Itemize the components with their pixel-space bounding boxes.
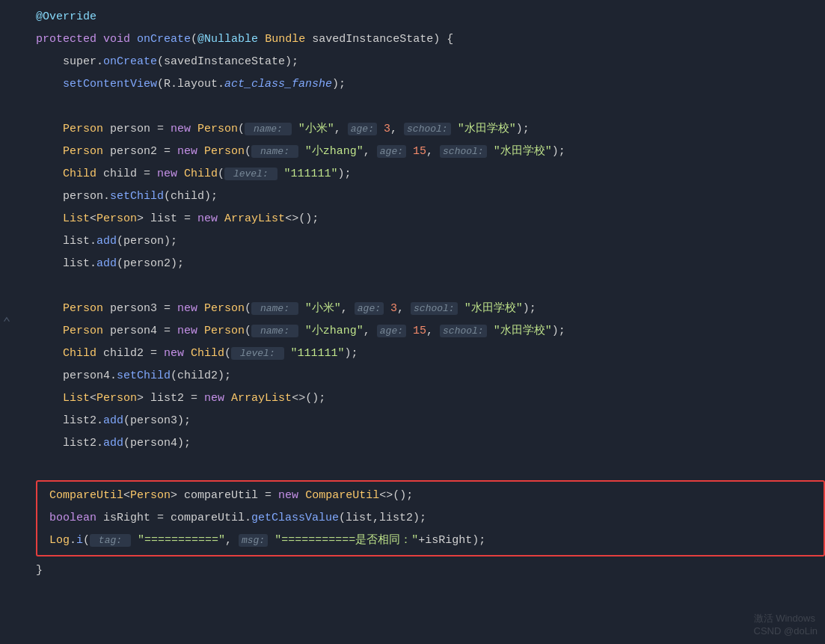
- plain-5: savedInstanceState) {: [305, 33, 453, 46]
- kw-void: void: [103, 33, 130, 46]
- watermark: 激活 Windows CSND @doLin: [754, 612, 818, 637]
- code-line-7: Person person2 = new Person( name: "小zha…: [0, 141, 825, 163]
- plain-1: [96, 33, 103, 46]
- code-line-9: person.setChild(child);: [0, 185, 825, 208]
- line-content-2: protected void onCreate(@Nullable Bundle…: [30, 29, 825, 50]
- watermark-line1: 激活 Windows: [754, 612, 818, 625]
- code-lines: @Override protected void onCreate(@Nulla…: [0, 0, 825, 582]
- line-content-3: super.onCreate(savedInstanceState);: [30, 52, 825, 73]
- code-editor: ⌃ @Override protected void onCreate(@Nul…: [0, 0, 825, 644]
- highlighted-code-block: CompareUtil<Person> compareUtil = new Co…: [36, 480, 825, 556]
- code-line-21: [0, 455, 825, 477]
- plain-4: [258, 33, 265, 46]
- code-line-13: [0, 275, 825, 298]
- code-line-18: List<Person> list2 = new ArrayList<>();: [0, 387, 825, 410]
- code-line-8: Child child = new Child( level: "111111"…: [0, 163, 825, 185]
- highlighted-line-24: Log.i( tag: "===========", msg: "=======…: [37, 530, 824, 552]
- code-line-3: super.onCreate(savedInstanceState);: [0, 51, 825, 73]
- code-line-6: Person person = new Person( name: "小米", …: [0, 118, 825, 141]
- code-line-17: person4.setChild(child2);: [0, 365, 825, 387]
- code-line-2: protected void onCreate(@Nullable Bundle…: [0, 28, 825, 51]
- code-line-closing: }: [0, 559, 825, 582]
- code-line-1: @Override: [0, 6, 825, 28]
- line-content-1: @Override: [30, 7, 825, 28]
- watermark-line2: CSND @doLin: [754, 625, 818, 637]
- type-bundle: Bundle: [265, 33, 305, 46]
- plain-2: [130, 33, 137, 46]
- code-line-10: List<Person> list = new ArrayList<>();: [0, 208, 825, 230]
- code-line-12: list.add(person2);: [0, 253, 825, 275]
- code-line-20: list2.add(person4);: [0, 432, 825, 455]
- method-oncreate: onCreate: [137, 33, 191, 46]
- code-line-14: Person person3 = new Person( name: "小米",…: [0, 298, 825, 320]
- kw-protected: protected: [36, 33, 96, 46]
- code-line-19: list2.add(person3);: [0, 410, 825, 432]
- code-line-16: Child child2 = new Child( level: "111111…: [0, 343, 825, 365]
- plain-3: (: [191, 33, 197, 46]
- highlighted-line-22: CompareUtil<Person> compareUtil = new Co…: [37, 485, 824, 507]
- annotation-nullable: @Nullable: [197, 33, 258, 46]
- annotation-override: @Override: [36, 10, 96, 23]
- code-line-11: list.add(person);: [0, 230, 825, 253]
- highlighted-line-23: boolean isRight = compareUtil.getClassVa…: [37, 507, 824, 530]
- code-line-4: setContentView(R.layout.act_class_fanshe…: [0, 73, 825, 96]
- code-line-15: Person person4 = new Person( name: "小zha…: [0, 320, 825, 343]
- code-line-5: [0, 96, 825, 118]
- scroll-indicator: ⌃: [0, 314, 13, 331]
- line-content-4: setContentView(R.layout.act_class_fanshe…: [30, 74, 825, 95]
